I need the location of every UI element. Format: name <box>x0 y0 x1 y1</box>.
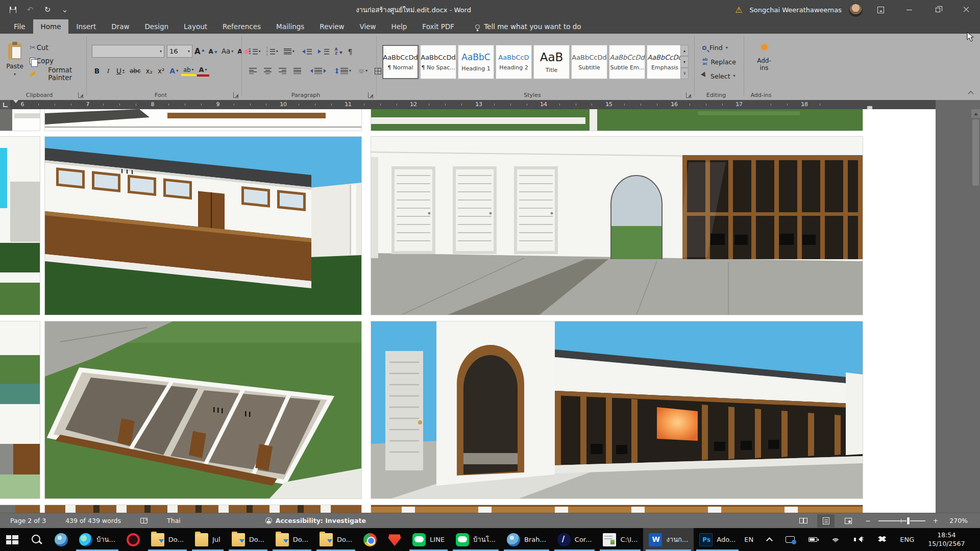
document-image-sliver-bottom-2[interactable] <box>371 505 863 513</box>
wifi-button[interactable] <box>828 536 843 543</box>
shrink-font-button[interactable]: A <box>207 46 219 56</box>
scrollbar-thumb[interactable] <box>972 119 979 186</box>
style-card[interactable]: AaBbCcD Heading 2 <box>496 45 532 79</box>
ribbon-display-options-button[interactable] <box>870 0 891 19</box>
ribbon-tab[interactable]: Mailings <box>268 19 312 34</box>
vertical-scrollbar[interactable] <box>971 109 980 513</box>
ribbon-tab[interactable]: View <box>352 19 384 34</box>
superscript-button[interactable]: x² <box>156 66 166 76</box>
taskbar-app[interactable] <box>358 528 382 551</box>
distributed-button[interactable] <box>306 67 330 75</box>
document-image-sliver-bottom-left-edge[interactable] <box>0 505 40 513</box>
numbering-button[interactable]: 123▾ <box>264 45 280 58</box>
user-avatar[interactable] <box>849 3 863 17</box>
zoom-in-button[interactable]: + <box>930 516 941 525</box>
taskbar-app[interactable]: Do... <box>314 528 358 551</box>
repeat-button[interactable]: ↻ <box>40 2 55 17</box>
paragraph-dialog-launcher[interactable] <box>368 92 374 98</box>
undo-button[interactable]: ↶ <box>22 2 38 17</box>
ribbon-tab[interactable]: Review <box>312 19 352 34</box>
styles-gallery-expand-button[interactable]: ⊽ <box>680 68 689 79</box>
document-image-sliver-top-left-edge[interactable] <box>0 109 40 131</box>
subscript-button[interactable]: x₂ <box>143 66 154 76</box>
document-image-sliver-top-2[interactable] <box>371 109 863 131</box>
proofing-status[interactable] <box>137 517 151 524</box>
taskbar-app[interactable] <box>121 528 145 551</box>
horizontal-ruler[interactable]: 6789101112131415161718 <box>0 100 936 109</box>
line-spacing-button[interactable]: ▾ <box>333 65 353 77</box>
taskbar-app[interactable]: Cor... <box>552 528 598 551</box>
warning-icon[interactable]: ⚠ <box>735 5 742 15</box>
increase-indent-button[interactable] <box>315 47 331 56</box>
styles-scroll-up-button[interactable]: ▲ <box>680 45 689 56</box>
style-card[interactable]: AaBbCcDd Subtle Em... <box>609 45 645 79</box>
document-image-1[interactable] <box>45 137 361 315</box>
ribbon-tab[interactable]: Foxit PDF <box>414 19 462 34</box>
keyboard-language-indicator[interactable]: ENG <box>897 535 917 544</box>
taskbar-app[interactable]: Jul <box>189 528 226 551</box>
style-card[interactable]: AaBbCcDd Subtitle <box>571 45 607 79</box>
align-center-button[interactable] <box>262 67 274 75</box>
taskbar-app[interactable]: บ้าน... <box>74 528 121 551</box>
sort-button[interactable]: AZ <box>333 46 345 57</box>
document-image-sliver-bottom-1[interactable] <box>45 505 361 513</box>
clipboard-dialog-launcher[interactable] <box>78 92 84 98</box>
input-language-indicator[interactable]: EN <box>741 535 756 544</box>
clock[interactable]: 18:54 15/10/2567 <box>925 531 968 549</box>
multilevel-list-button[interactable]: ▾ <box>282 47 297 56</box>
replace-button[interactable]: abacReplace <box>700 57 738 67</box>
page-indicator[interactable]: Page 2 of 3 <box>7 516 49 525</box>
tray-overflow-button[interactable] <box>764 536 775 543</box>
font-size-combobox[interactable]: 16 ▾ <box>167 45 192 58</box>
find-button[interactable]: Find▾ <box>700 43 730 53</box>
zoom-slider[interactable] <box>878 520 925 521</box>
ribbon-tab[interactable]: Home <box>33 19 69 34</box>
ribbon-tab[interactable]: Design <box>137 19 176 34</box>
taskbar-app[interactable]: งานก... <box>643 528 694 551</box>
battery-button[interactable] <box>805 537 820 542</box>
word-count[interactable]: 439 of 439 words <box>62 516 124 525</box>
taskbar-app[interactable]: บ้านโ... <box>450 528 501 551</box>
qat-customize-button[interactable]: ⌄ <box>57 2 72 17</box>
document-image-left-edge-2[interactable] <box>0 321 40 498</box>
font-color-button[interactable]: A▾ <box>197 65 209 77</box>
style-card[interactable]: AaBbCcDd ¶ Normal <box>382 45 419 79</box>
taskbar-app[interactable] <box>24 528 49 551</box>
close-button[interactable] <box>955 0 977 19</box>
save-button[interactable] <box>5 2 20 17</box>
ribbon-tab[interactable]: Insert <box>68 19 104 34</box>
taskbar-app[interactable]: Brah... <box>501 528 552 551</box>
zoom-out-button[interactable]: − <box>862 516 873 525</box>
format-painter-button[interactable]: Format Painter <box>28 67 86 81</box>
font-dialog-launcher[interactable] <box>233 92 239 98</box>
paste-button[interactable]: Paste ▾ <box>3 41 27 90</box>
ribbon-tab[interactable]: Help <box>384 19 415 34</box>
style-card[interactable]: AaBbC Heading 1 <box>458 45 494 79</box>
document-image-3[interactable] <box>45 321 361 498</box>
print-layout-button[interactable] <box>817 514 835 528</box>
minimize-button[interactable] <box>898 0 920 19</box>
ribbon-tab[interactable]: File <box>6 19 33 34</box>
taskbar-app[interactable]: LINE <box>407 528 450 551</box>
font-name-combobox[interactable]: ▾ <box>92 45 164 58</box>
show-formatting-marks-button[interactable]: ¶ <box>346 46 355 57</box>
first-line-indent-marker[interactable] <box>13 100 18 106</box>
taskbar-app[interactable]: Ado... <box>694 528 741 551</box>
ribbon-tab[interactable]: Layout <box>176 19 215 34</box>
style-card[interactable]: AaBbCcDd Emphasis <box>647 45 683 79</box>
tell-me-box[interactable]: Tell me what you want to do <box>475 19 581 34</box>
align-right-button[interactable] <box>277 67 288 75</box>
document-image-left-edge-1[interactable] <box>0 137 40 315</box>
taskbar-app[interactable]: Do... <box>270 528 314 551</box>
web-layout-button[interactable] <box>840 514 857 528</box>
taskbar-app[interactable]: Do... <box>226 528 270 551</box>
cut-button[interactable]: ✂Cut <box>28 41 51 54</box>
restore-button[interactable] <box>927 0 948 19</box>
document-image-sliver-top-1[interactable] <box>45 109 361 131</box>
styles-dialog-launcher[interactable] <box>686 92 692 98</box>
ribbon-tab[interactable]: References <box>215 19 268 34</box>
highlight-button[interactable]: ab▾ <box>181 66 195 77</box>
copy-button[interactable]: Copy <box>28 54 56 67</box>
language-status[interactable]: Thai <box>164 516 184 525</box>
styles-scroll-down-button[interactable]: ▼ <box>680 56 689 67</box>
